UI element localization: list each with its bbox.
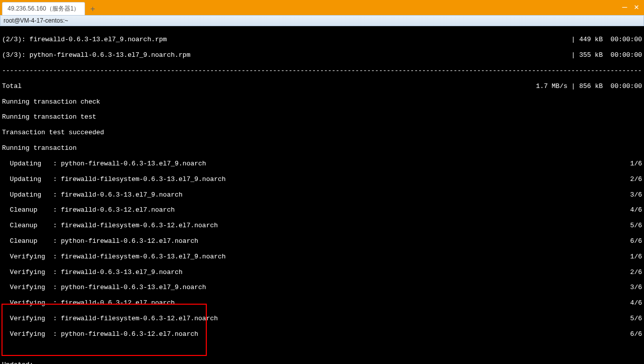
output-line: Updating : firewalld-filesystem-0.6.3-13… — [2, 175, 642, 183]
tab-label: 49.236.56.160（服务器1） — [8, 5, 79, 13]
output-line: Verifying : python-firewall-0.6.3-13.el7… — [2, 284, 642, 291]
output-line: Running transaction test — [2, 113, 642, 121]
output-line: Cleanup : firewalld-filesystem-0.6.3-12.… — [2, 222, 642, 229]
output-line: Verifying : firewalld-0.6.3-13.el7_9.noa… — [2, 268, 642, 276]
output-line: Updated: — [2, 361, 642, 364]
output-line: Transaction test succeeded — [2, 129, 642, 136]
terminal-output[interactable]: (2/3): firewalld-0.6.3-13.el7_9.noarch.r… — [0, 26, 644, 364]
output-line — [2, 346, 642, 353]
output-line: Updating : firewalld-0.6.3-13.el7_9.noar… — [2, 191, 642, 199]
session-path-text: root@VM-4-17-centos:~ — [4, 17, 68, 24]
minimize-button[interactable]: — — [622, 4, 627, 12]
output-line: Verifying : firewalld-filesystem-0.6.3-1… — [2, 253, 642, 260]
window-titlebar: 49.236.56.160（服务器1） + — ✕ — [0, 0, 644, 15]
output-line: Cleanup : python-firewall-0.6.3-12.el7.n… — [2, 237, 642, 245]
new-tab-button[interactable]: + — [85, 4, 100, 15]
output-line: (3/3): python-firewall-0.6.3-13.el7_9.no… — [2, 51, 642, 59]
output-line: Running transaction check — [2, 98, 642, 106]
output-line: Updating : python-firewall-0.6.3-13.el7_… — [2, 160, 642, 167]
session-path-bar[interactable]: root@VM-4-17-centos:~ — [0, 15, 644, 26]
close-button[interactable]: ✕ — [634, 4, 639, 12]
plus-icon: + — [90, 5, 95, 14]
output-line: Running transaction — [2, 144, 642, 152]
output-line: Verifying : firewalld-0.6.3-12.el7.noarc… — [2, 299, 642, 307]
output-line: Verifying : python-firewall-0.6.3-12.el7… — [2, 330, 642, 338]
tab-strip: 49.236.56.160（服务器1） + — [2, 2, 100, 15]
output-line: Verifying : firewalld-filesystem-0.6.3-1… — [2, 315, 642, 322]
tab-server-1[interactable]: 49.236.56.160（服务器1） — [2, 2, 85, 15]
output-line: (2/3): firewalld-0.6.3-13.el7_9.noarch.r… — [2, 36, 642, 43]
separator-line: ----------------------------------------… — [2, 67, 642, 74]
output-line: Cleanup : firewalld-0.6.3-12.el7.noarch4… — [2, 206, 642, 214]
window-controls: — ✕ — [622, 0, 644, 15]
output-line: Total1.7 MB/s | 856 kB 00:00:00 — [2, 82, 642, 90]
